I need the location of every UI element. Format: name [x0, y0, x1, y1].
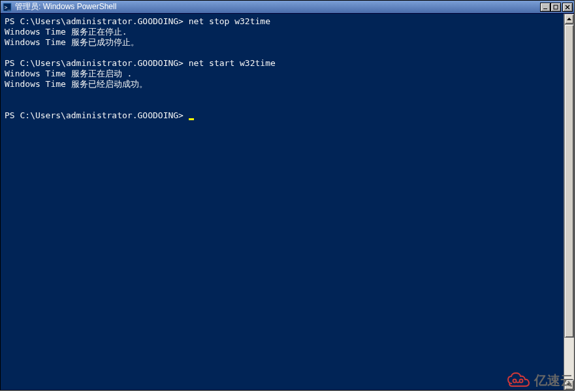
terminal-line: Windows Time 服务正在停止. — [5, 27, 570, 37]
titlebar[interactable]: >_ 管理员: Windows PowerShell — [1, 1, 574, 14]
window-title: 管理员: Windows PowerShell — [15, 1, 540, 12]
terminal-line — [5, 48, 570, 58]
powershell-window: >_ 管理员: Windows PowerShell PS C:\Users\a… — [0, 0, 575, 391]
terminal-line: PS C:\Users\administrator.GOODOING> — [5, 110, 570, 121]
command-text: net stop w32time — [189, 16, 270, 26]
command-text: net start w32time — [189, 58, 276, 68]
terminal-line: PS C:\Users\administrator.GOODOING> net … — [5, 58, 570, 69]
terminal-line: Windows Time 服务已经启动成功。 — [5, 79, 570, 90]
prompt: PS C:\Users\administrator.GOODOING> — [5, 16, 189, 26]
watermark: 亿速云 — [505, 370, 573, 391]
minimize-button[interactable] — [540, 3, 551, 12]
scroll-up-button[interactable] — [564, 14, 574, 24]
terminal-output[interactable]: PS C:\Users\administrator.GOODOING> net … — [1, 14, 574, 390]
svg-rect-3 — [554, 5, 558, 9]
terminal-line: PS C:\Users\administrator.GOODOING> net … — [5, 16, 570, 27]
svg-rect-2 — [543, 8, 547, 9]
close-button[interactable] — [562, 3, 573, 12]
terminal-line: Windows Time 服务已成功停止。 — [5, 37, 570, 48]
cloud-icon — [505, 370, 532, 391]
prompt: PS C:\Users\administrator.GOODOING> — [5, 110, 189, 120]
window-controls — [540, 3, 573, 12]
prompt: PS C:\Users\administrator.GOODOING> — [5, 58, 189, 68]
watermark-text: 亿速云 — [534, 372, 573, 389]
terminal-line — [5, 90, 570, 100]
powershell-icon: >_ — [2, 2, 12, 12]
terminal-line: Windows Time 服务正在启动 . — [5, 69, 570, 79]
cursor — [189, 118, 194, 120]
svg-text:>_: >_ — [5, 4, 11, 10]
maximize-button[interactable] — [551, 3, 561, 12]
scroll-track[interactable] — [564, 24, 574, 380]
scroll-thumb[interactable] — [564, 24, 574, 338]
vertical-scrollbar[interactable] — [564, 14, 574, 390]
terminal-line — [5, 100, 570, 110]
